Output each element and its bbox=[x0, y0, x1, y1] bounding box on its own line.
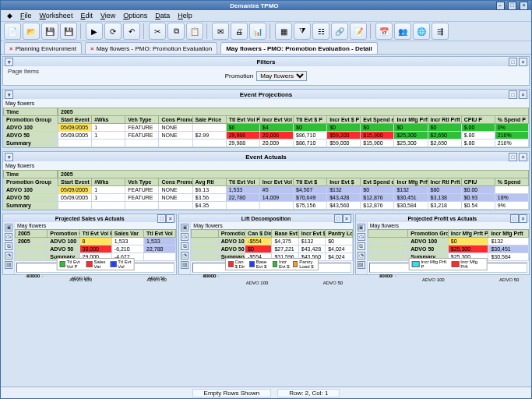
col-header[interactable]: Veh Type bbox=[125, 116, 159, 124]
side-icon[interactable]: ◷ bbox=[358, 233, 365, 241]
collapse-icon[interactable]: ▾ bbox=[5, 58, 13, 66]
cell[interactable]: $2,650 bbox=[428, 139, 461, 147]
menu-data[interactable]: Data bbox=[155, 12, 170, 19]
cell[interactable]: 216% bbox=[495, 132, 528, 139]
hierarchy-icon[interactable]: ⇶ bbox=[432, 23, 449, 40]
cell[interactable]: $0.93 bbox=[461, 194, 495, 202]
cell[interactable]: $0.00 bbox=[461, 186, 495, 194]
cell[interactable]: 18% bbox=[495, 194, 528, 202]
users-icon[interactable]: 👥 bbox=[394, 23, 411, 40]
close-section-icon[interactable]: × bbox=[519, 214, 527, 223]
cell[interactable]: $12,876 bbox=[361, 202, 394, 210]
cell[interactable]: $.00 bbox=[461, 124, 495, 132]
col-header[interactable]: Ttl Evt $ bbox=[293, 178, 326, 186]
cell[interactable]: 20,009 bbox=[259, 139, 293, 147]
cell[interactable]: $0 bbox=[394, 124, 428, 132]
collapse-icon[interactable]: ▾ bbox=[5, 153, 13, 161]
cut-icon[interactable]: ✂ bbox=[149, 23, 166, 40]
cell[interactable]: NONE bbox=[159, 124, 192, 132]
col-header[interactable]: Incr Rtl Prft bbox=[428, 178, 461, 186]
new-icon[interactable]: 📄 bbox=[4, 23, 21, 40]
cell[interactable] bbox=[125, 202, 159, 210]
col-header[interactable]: Veh Type bbox=[125, 178, 159, 186]
chart-icon[interactable]: 📊 bbox=[249, 23, 266, 40]
col-header[interactable]: CPIU bbox=[461, 178, 495, 186]
cell[interactable]: 30,000 bbox=[79, 245, 111, 253]
col-header[interactable]: CPIU P bbox=[461, 116, 495, 124]
col-header[interactable]: Incr Evt $ P bbox=[327, 116, 361, 124]
cell[interactable]: $0 bbox=[448, 238, 488, 245]
col-header[interactable]: Incr Evt Vol P bbox=[259, 116, 293, 124]
calendar-icon[interactable]: 📅 bbox=[375, 23, 393, 40]
cell[interactable]: 20,006 bbox=[259, 132, 293, 139]
paste-icon[interactable]: 📋 bbox=[186, 23, 203, 40]
cell[interactable] bbox=[144, 253, 176, 261]
cell[interactable]: $3,138 bbox=[428, 194, 461, 202]
cell[interactable]: 05/09/2005 bbox=[58, 194, 92, 202]
cell[interactable]: $0 bbox=[293, 124, 326, 132]
cell[interactable]: $15,900 bbox=[361, 132, 394, 139]
close-icon[interactable]: × bbox=[520, 2, 528, 10]
print-icon[interactable]: 🖨 bbox=[231, 23, 248, 40]
side-icon[interactable]: ▨ bbox=[5, 261, 12, 269]
cell[interactable]: $132 bbox=[327, 186, 361, 194]
side-icon[interactable]: ◷ bbox=[181, 233, 188, 241]
menu-view[interactable]: View bbox=[100, 12, 115, 19]
menu-file[interactable]: File bbox=[20, 12, 32, 19]
cell[interactable]: $70,649 bbox=[293, 194, 326, 202]
mail-icon[interactable]: ✉ bbox=[212, 23, 229, 40]
cell[interactable]: $4.35 bbox=[192, 202, 226, 210]
side-icon[interactable]: ▣ bbox=[5, 224, 12, 231]
cell[interactable]: $25,300 bbox=[394, 132, 428, 139]
cell[interactable] bbox=[495, 186, 528, 194]
col-header[interactable]: Incr Evt $ bbox=[327, 178, 361, 186]
cell[interactable]: $43,428 bbox=[327, 194, 361, 202]
cell[interactable]: -6,210 bbox=[111, 245, 143, 253]
menu-help[interactable]: Help bbox=[178, 12, 192, 19]
cell[interactable]: 1,533 bbox=[144, 238, 176, 245]
cell[interactable]: 05/09/2005 bbox=[58, 186, 92, 194]
cell[interactable]: $30,451 bbox=[488, 245, 529, 253]
cell[interactable]: $4,507 bbox=[293, 186, 326, 194]
col-header[interactable]: Evt Spend exS P bbox=[361, 116, 394, 124]
cell[interactable]: $0 bbox=[326, 238, 352, 245]
col-header[interactable]: Cons Promo bbox=[159, 116, 192, 124]
cell[interactable]: $132 bbox=[488, 238, 529, 245]
close-section-icon[interactable]: × bbox=[519, 153, 527, 161]
notes-icon[interactable]: 📝 bbox=[350, 23, 367, 40]
cell[interactable]: $.80 bbox=[461, 139, 495, 147]
max-icon[interactable]: □ bbox=[157, 214, 166, 223]
col-header[interactable]: Incr Mfg Prft P bbox=[448, 230, 488, 238]
cell[interactable]: $4,024 bbox=[326, 253, 352, 261]
cell[interactable]: FEATURE bbox=[125, 186, 159, 194]
cell[interactable]: $30,451 bbox=[394, 194, 428, 202]
min-icon[interactable]: – bbox=[496, 2, 505, 10]
cell[interactable]: $0 bbox=[361, 186, 394, 194]
tab-eval[interactable]: ×May flowers - PMO: Promotion Evaluation bbox=[85, 42, 217, 54]
cell[interactable]: 1,533 bbox=[226, 186, 259, 194]
cell[interactable]: 1 bbox=[92, 132, 125, 139]
side-icon[interactable]: ⧉ bbox=[181, 242, 188, 250]
col-header[interactable]: Ttl Evt Vol P bbox=[79, 230, 111, 238]
side-icon[interactable]: ⧉ bbox=[358, 242, 365, 250]
globe-icon[interactable]: 🌐 bbox=[413, 23, 430, 40]
side-icon[interactable]: ▨ bbox=[358, 261, 365, 269]
tab-close-icon[interactable]: × bbox=[90, 45, 94, 52]
cell[interactable]: $4,375 bbox=[272, 238, 298, 245]
collapse-icon[interactable]: ▾ bbox=[5, 90, 13, 99]
cell[interactable]: $0 bbox=[245, 245, 272, 253]
col-header[interactable]: Ttl Evt $ P bbox=[293, 116, 326, 124]
col-header[interactable]: Start Event bbox=[58, 178, 92, 186]
tree-icon[interactable]: ☷ bbox=[312, 23, 329, 40]
cell[interactable]: $3.56 bbox=[192, 194, 226, 202]
menu-options[interactable]: Options bbox=[123, 12, 147, 19]
tab-eval-detail[interactable]: May flowers - PMO: Promotion Evaluation … bbox=[220, 42, 378, 54]
close-section-icon[interactable]: × bbox=[519, 58, 527, 66]
cell[interactable]: $86,710 bbox=[293, 139, 326, 147]
cell[interactable]: $43,560 bbox=[327, 202, 361, 210]
cell[interactable] bbox=[259, 202, 293, 210]
cell[interactable]: 0% bbox=[495, 124, 528, 132]
cell[interactable]: 9% bbox=[495, 202, 528, 210]
cell[interactable]: 22,780 bbox=[144, 245, 176, 253]
cell[interactable]: $4 bbox=[259, 124, 293, 132]
